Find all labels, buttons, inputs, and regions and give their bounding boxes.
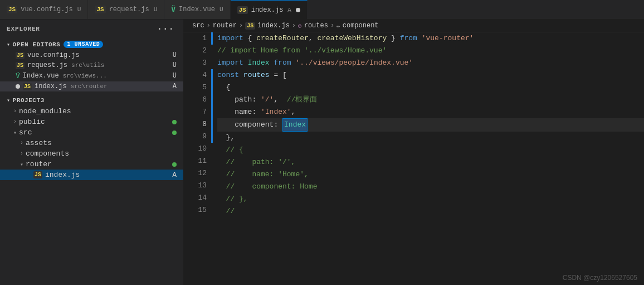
- comment: // import Home from '../views/Home.vue': [217, 45, 387, 57]
- code-line-12: // name: 'Home',: [217, 168, 644, 181]
- comment: //: [217, 205, 235, 218]
- code-columns: import { createRouter, createWebHistory …: [211, 32, 644, 285]
- js-icon: JS: [33, 171, 42, 178]
- comment: // component: Home: [217, 181, 317, 193]
- tab-index-vue[interactable]: V̈ Index.vue U: [164, 0, 230, 19]
- punct: ,: [309, 32, 318, 45]
- code-with-git: import { createRouter, createWebHistory …: [211, 32, 644, 285]
- highlighted-index: Index: [282, 118, 308, 132]
- file-name: request.js: [27, 61, 67, 69]
- chevron-right-icon: ›: [20, 151, 23, 157]
- explorer-title: EXPLORER: [7, 26, 40, 32]
- punct: component:: [217, 119, 282, 131]
- code-line-11: // path: '/',: [217, 156, 644, 168]
- breadcrumb-src: src: [192, 22, 204, 30]
- js-icon: JS: [237, 6, 248, 14]
- function: createWebHistory: [317, 32, 387, 45]
- js-icon: JS: [245, 22, 255, 30]
- more-actions-button[interactable]: ···: [155, 24, 177, 34]
- breadcrumb-index-js: index.js: [257, 22, 290, 30]
- file-name: vue.config.js: [27, 51, 80, 59]
- code-line-3: import Index from '../views/people/Index…: [217, 57, 644, 69]
- breadcrumb-routes: routes: [304, 22, 328, 30]
- tree-item-src[interactable]: ▾ src: [0, 127, 183, 138]
- modified-badge: U: [173, 51, 177, 59]
- chevron-down-icon: ▾: [13, 129, 17, 136]
- open-editor-request[interactable]: JS request.js src\utils U: [0, 60, 183, 70]
- chevron-right-icon: ›: [13, 119, 17, 125]
- tab-label: vue.config.js: [21, 6, 73, 13]
- punct: [243, 57, 248, 69]
- sidebar-header: EXPLORER ···: [0, 20, 183, 38]
- modified-badge: U: [173, 72, 177, 80]
- punct: {: [217, 81, 230, 94]
- keyword: const: [217, 69, 239, 81]
- code-line-6: path: '/', //根界面: [217, 94, 644, 106]
- function: createRouter: [256, 32, 309, 45]
- tree-item-router[interactable]: ▾ router: [0, 159, 183, 170]
- open-editor-index-vue[interactable]: V̈ Index.vue src\views... U: [0, 70, 183, 81]
- chevron-right-icon: ›: [20, 140, 23, 146]
- code-line-15: //: [217, 205, 644, 218]
- ln-9: 9: [188, 131, 207, 143]
- project-label: PROJECT3: [13, 97, 45, 104]
- ln-14: 14: [188, 192, 207, 204]
- modified-badge: U: [173, 61, 177, 69]
- code-area: 1 2 3 4 5 6 7 8 9 10 11 12 13 14 15: [183, 32, 644, 285]
- code-line-10: // {: [217, 144, 644, 156]
- file-name: index.js: [35, 83, 67, 90]
- open-editor-vue-config[interactable]: JS vue.config.js U: [0, 50, 183, 60]
- tree-file-index-js[interactable]: JS index.js A: [0, 170, 183, 180]
- string: '../views/people/Index.vue': [295, 57, 413, 69]
- code-content[interactable]: import { createRouter, createWebHistory …: [213, 32, 644, 285]
- tree-item-components[interactable]: › components: [0, 148, 183, 159]
- keyword: import: [217, 57, 243, 69]
- tree-item-public[interactable]: › public: [0, 117, 183, 127]
- chevron-down-icon: ▾: [7, 41, 11, 48]
- string: 'vue-router': [422, 32, 474, 45]
- file-path: src\router: [71, 83, 108, 90]
- js-icon: JS: [7, 6, 17, 13]
- ln-13: 13: [188, 180, 207, 192]
- comment: // {: [217, 144, 243, 156]
- tab-request[interactable]: JS request.js U: [88, 0, 164, 19]
- project3-header[interactable]: ▾ PROJECT3: [0, 95, 183, 106]
- punct: [291, 57, 296, 69]
- vue-icon: V̈: [16, 71, 20, 80]
- string: '/': [261, 94, 274, 106]
- punct: ,: [291, 106, 296, 118]
- tab-badge: A: [287, 7, 291, 13]
- added-badge: A: [173, 83, 177, 90]
- class: Index: [248, 57, 270, 69]
- tab-label: index.js: [251, 6, 284, 14]
- ln-2: 2: [188, 45, 207, 57]
- code-line-1: import { createRouter, createWebHistory …: [217, 32, 644, 45]
- punct: [270, 57, 274, 69]
- tab-vue-config[interactable]: JS vue.config.js U: [0, 0, 88, 19]
- git-dot: [172, 120, 177, 124]
- code-line-13: // component: Home: [217, 181, 644, 193]
- component-icon: ✏: [336, 22, 340, 30]
- tab-index-js[interactable]: JS index.js A: [231, 0, 308, 19]
- file-path: src\utils: [71, 62, 104, 69]
- comment: //根界面: [287, 94, 318, 106]
- punct: [239, 69, 243, 81]
- main-layout: EXPLORER ··· ▾ OPEN EDITORS 1 UNSAVED JS…: [0, 20, 644, 285]
- keyword: import: [217, 32, 243, 45]
- code-line-9: },: [217, 132, 644, 144]
- open-editor-index-js[interactable]: JS index.js src\router A: [0, 81, 183, 91]
- vue-icon: V̈: [171, 5, 175, 14]
- punct: ,: [274, 94, 286, 106]
- tree-item-assets[interactable]: › assets: [0, 138, 183, 148]
- file-path: src\views...: [63, 73, 107, 79]
- ln-4: 4: [188, 69, 207, 81]
- comment: // path: '/',: [217, 156, 295, 168]
- variable: routes: [243, 69, 270, 81]
- tab-badge: U: [77, 6, 81, 13]
- folder-name: src: [19, 128, 32, 137]
- ln-6: 6: [188, 94, 207, 106]
- folder-name: assets: [26, 139, 52, 147]
- tree-item-node-modules[interactable]: › node_modules: [0, 106, 183, 117]
- open-editors-section[interactable]: ▾ OPEN EDITORS 1 UNSAVED: [0, 38, 183, 50]
- git-dot: [172, 131, 177, 135]
